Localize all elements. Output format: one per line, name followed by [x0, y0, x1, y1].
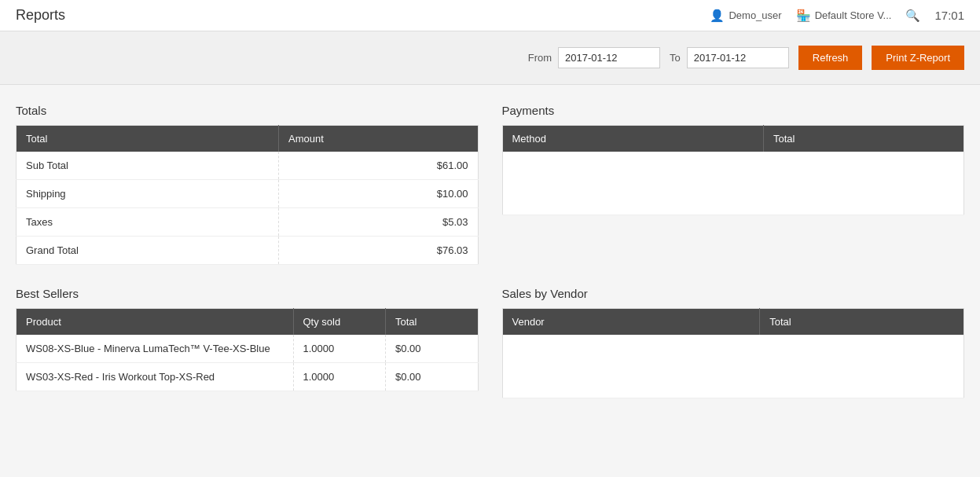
- totals-row-label: Shipping: [17, 180, 279, 208]
- payments-col-total: Total: [763, 126, 963, 152]
- bs-row-qty: 1.0000: [293, 335, 386, 363]
- bs-row-total: $0.00: [386, 335, 479, 363]
- from-label: From: [528, 52, 552, 64]
- totals-title: Totals: [16, 104, 479, 117]
- page-title: Reports: [16, 7, 65, 24]
- table-row: WS03-XS-Red - Iris Workout Top-XS-Red1.0…: [17, 363, 479, 391]
- header: Reports 👤 Demo_user 🏪 Default Store V...…: [0, 0, 980, 31]
- bs-row-product: WS03-XS-Red - Iris Workout Top-XS-Red: [17, 363, 294, 391]
- bs-col-product: Product: [17, 309, 294, 336]
- user-name: Demo_user: [729, 9, 781, 21]
- from-group: From: [528, 47, 660, 68]
- search-icon[interactable]: 🔍: [905, 9, 920, 23]
- top-sections: Totals Total Amount Sub Total$61.00Shipp…: [16, 104, 964, 265]
- payments-section: Payments Method Total: [502, 104, 965, 265]
- header-store: 🏪 Default Store V...: [796, 9, 892, 23]
- payments-col-method: Method: [502, 126, 763, 152]
- print-z-report-button[interactable]: Print Z-Report: [872, 46, 964, 70]
- store-icon: 🏪: [796, 9, 811, 23]
- header-user: 👤 Demo_user: [710, 9, 781, 23]
- from-date-input[interactable]: [558, 47, 660, 68]
- toolbar: From To Refresh Print Z-Report: [0, 31, 980, 85]
- refresh-button[interactable]: Refresh: [798, 46, 863, 70]
- bs-col-qty: Qty sold: [293, 309, 386, 336]
- main-content: Totals Total Amount Sub Total$61.00Shipp…: [0, 85, 980, 417]
- bottom-sections: Best Sellers Product Qty sold Total WS08…: [16, 287, 964, 398]
- bs-col-total: Total: [386, 309, 479, 336]
- header-right: 👤 Demo_user 🏪 Default Store V... 🔍 17:01: [710, 9, 964, 23]
- user-icon: 👤: [710, 9, 725, 23]
- table-row: Taxes$5.03: [17, 208, 479, 237]
- table-row: WS08-XS-Blue - Minerva LumaTech™ V-Tee-X…: [17, 335, 479, 363]
- bs-row-product: WS08-XS-Blue - Minerva LumaTech™ V-Tee-X…: [17, 335, 294, 363]
- header-time: 17:01: [934, 9, 964, 22]
- totals-table: Total Amount Sub Total$61.00Shipping$10.…: [16, 125, 479, 265]
- payments-table: Method Total: [502, 125, 965, 215]
- to-group: To: [670, 47, 789, 68]
- table-row: Shipping$10.00: [17, 180, 479, 208]
- totals-row-label: Grand Total: [17, 237, 279, 265]
- to-label: To: [670, 52, 681, 64]
- best-sellers-section: Best Sellers Product Qty sold Total WS08…: [16, 287, 479, 398]
- best-sellers-title: Best Sellers: [16, 287, 479, 300]
- totals-row-amount: $5.03: [278, 208, 478, 237]
- payments-title: Payments: [502, 104, 965, 117]
- sales-by-vendor-title: Sales by Vendor: [502, 287, 965, 300]
- sales-by-vendor-section: Sales by Vendor Vendor Total: [502, 287, 965, 398]
- best-sellers-table: Product Qty sold Total WS08-XS-Blue - Mi…: [16, 308, 479, 391]
- sales-by-vendor-table: Vendor Total: [502, 308, 965, 398]
- totals-row-label: Sub Total: [17, 152, 279, 180]
- to-date-input[interactable]: [687, 47, 789, 68]
- totals-row-amount: $61.00: [278, 152, 478, 180]
- totals-col-amount: Amount: [278, 126, 478, 152]
- table-row: Sub Total$61.00: [17, 152, 479, 180]
- store-name: Default Store V...: [815, 9, 892, 21]
- sbv-col-vendor: Vendor: [502, 309, 760, 336]
- totals-row-amount: $10.00: [278, 180, 478, 208]
- totals-row-amount: $76.03: [278, 237, 478, 265]
- bs-row-qty: 1.0000: [293, 363, 386, 391]
- totals-row-label: Taxes: [17, 208, 279, 237]
- table-row: [502, 335, 964, 398]
- table-row: [502, 152, 964, 215]
- totals-section: Totals Total Amount Sub Total$61.00Shipp…: [16, 104, 479, 265]
- table-row: Grand Total$76.03: [17, 237, 479, 265]
- totals-col-total: Total: [17, 126, 279, 152]
- bs-row-total: $0.00: [386, 363, 479, 391]
- sbv-col-total: Total: [760, 309, 964, 336]
